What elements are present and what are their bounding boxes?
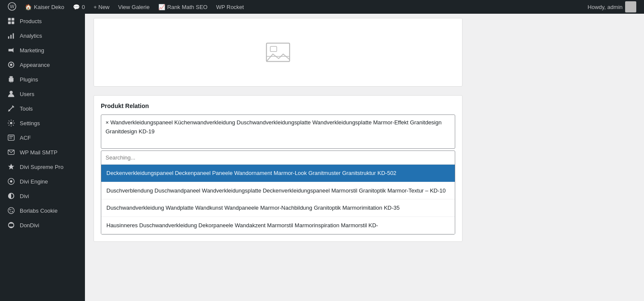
- sidebar-item-label: Divi Supreme Pro: [20, 164, 63, 170]
- sidebar-item-borlabs-cookie[interactable]: Borlabs Cookie: [0, 203, 85, 218]
- svg-rect-29: [266, 43, 290, 62]
- sidebar-item-divi[interactable]: Divi: [0, 189, 85, 203]
- dropdown-item[interactable]: Duschverblendung Duschwandpaneel Wandver…: [101, 182, 455, 200]
- appearance-icon: [7, 61, 15, 69]
- wp-rocket-label: WP Rocket: [216, 4, 244, 10]
- sidebar-item-label: Tools: [20, 105, 33, 112]
- new-label: + New: [94, 4, 109, 10]
- sidebar-item-analytics[interactable]: Analytics: [0, 28, 85, 43]
- wp-logo-button[interactable]: W: [3, 0, 21, 14]
- user-avatar: [625, 1, 636, 12]
- wp-logo-icon: W: [8, 2, 16, 12]
- products-icon: [7, 17, 15, 25]
- sidebar-item-users[interactable]: Users: [0, 87, 85, 101]
- sidebar-item-label: WP Mail SMTP: [20, 149, 57, 156]
- site-name-label: Kaiser Deko: [34, 4, 64, 10]
- sidebar-item-label: Plugins: [20, 76, 38, 83]
- tags-input-box[interactable]: × Wandverkleidungspaneel Küchenwandverkl…: [101, 114, 455, 149]
- svg-rect-13: [10, 81, 11, 82]
- sidebar-item-label: Divi Engine: [20, 178, 48, 185]
- sidebar-item-dondivi[interactable]: DonDivi: [0, 218, 85, 232]
- dropdown-item[interactable]: Hausinneres Duschwandverkleidung Dekorpa…: [101, 217, 455, 235]
- svg-point-27: [12, 211, 13, 212]
- rank-math-icon: 📈: [158, 4, 165, 10]
- svg-point-25: [9, 209, 11, 211]
- sidebar-item-label: Analytics: [20, 33, 42, 39]
- comments-button[interactable]: 💬 0: [69, 0, 89, 14]
- svg-rect-2: [8, 18, 11, 21]
- analytics-icon: [7, 32, 15, 39]
- view-galerie-label: View Galerie: [118, 4, 149, 10]
- sidebar-item-settings[interactable]: Settings: [0, 116, 85, 130]
- sidebar-item-divi-supreme-pro[interactable]: Divi Supreme Pro: [0, 160, 85, 174]
- tools-icon: [7, 105, 15, 112]
- svg-line-16: [9, 107, 12, 110]
- wp-rocket-button[interactable]: WP Rocket: [212, 0, 248, 14]
- dropdown-list: Deckenverkleidungspaneel Deckenpaneel Pa…: [101, 165, 455, 234]
- sidebar-item-label: Settings: [20, 120, 40, 126]
- home-icon: 🏠: [25, 4, 32, 10]
- svg-rect-4: [8, 21, 11, 24]
- sidebar-item-appearance[interactable]: Appearance: [0, 57, 85, 72]
- sidebar: Products Analytics Marketing Appearance …: [0, 14, 85, 301]
- sidebar-item-marketing[interactable]: Marketing: [0, 43, 85, 57]
- howdy-label: Howdy, admin: [584, 1, 641, 12]
- section-title: Produkt Relation: [101, 102, 455, 109]
- svg-rect-12: [9, 78, 14, 81]
- svg-rect-6: [8, 36, 9, 39]
- svg-rect-3: [12, 18, 14, 21]
- sidebar-item-plugins[interactable]: Plugins: [0, 72, 85, 87]
- sidebar-item-products[interactable]: Products: [0, 14, 85, 28]
- new-button[interactable]: + New: [89, 0, 114, 14]
- view-galerie-button[interactable]: View Galerie: [114, 0, 154, 14]
- sidebar-item-label: Users: [20, 91, 34, 97]
- svg-rect-8: [13, 33, 14, 39]
- svg-point-23: [10, 180, 12, 182]
- borlabs-cookie-icon: [7, 207, 15, 214]
- main-content: Produkt Relation × Wandverkleidungspanee…: [85, 14, 644, 301]
- rank-math-label: Rank Math SEO: [167, 4, 208, 10]
- produkt-relation-section: Produkt Relation × Wandverkleidungspanee…: [94, 95, 463, 242]
- users-icon: [7, 90, 15, 98]
- divi-supreme-pro-icon: [7, 163, 15, 171]
- sidebar-item-label: DonDivi: [20, 222, 39, 229]
- search-dropdown-wrapper: Deckenverkleidungspaneel Deckenpaneel Pa…: [101, 150, 455, 235]
- divi-icon: [7, 192, 15, 200]
- svg-rect-11: [9, 76, 12, 78]
- dropdown-item[interactable]: Deckenverkleidungspaneel Deckenpaneel Pa…: [101, 165, 455, 182]
- svg-rect-14: [12, 81, 12, 82]
- admin-bar: W 🏠 Kaiser Deko 💬 0 + New View Galerie 📈…: [0, 0, 644, 14]
- svg-rect-30: [270, 46, 277, 51]
- site-name-button[interactable]: 🏠 Kaiser Deko: [21, 0, 69, 14]
- sidebar-item-acf[interactable]: ACF: [0, 130, 85, 145]
- svg-point-28: [10, 211, 11, 212]
- settings-icon: [7, 119, 15, 127]
- svg-point-15: [9, 91, 12, 94]
- svg-rect-5: [12, 21, 14, 24]
- svg-point-26: [12, 209, 12, 210]
- svg-point-17: [10, 122, 12, 124]
- comments-count: 0: [82, 4, 85, 10]
- sidebar-item-label: Products: [20, 18, 42, 24]
- svg-rect-7: [10, 35, 12, 39]
- svg-rect-18: [8, 135, 14, 141]
- sidebar-item-label: ACF: [20, 135, 31, 141]
- svg-point-24: [8, 208, 14, 214]
- sidebar-item-tools[interactable]: Tools: [0, 101, 85, 116]
- sidebar-item-label: Divi: [20, 193, 29, 199]
- sidebar-item-divi-engine[interactable]: Divi Engine: [0, 174, 85, 189]
- dropdown-item[interactable]: Duschwandverkleidung Wandplatte Wandkuns…: [101, 199, 455, 217]
- divi-engine-icon: [7, 178, 15, 185]
- sidebar-item-label: Marketing: [20, 47, 44, 54]
- acf-icon: [7, 134, 15, 141]
- rank-math-button[interactable]: 📈 Rank Math SEO: [154, 0, 212, 14]
- wp-mail-smtp-icon: [7, 148, 15, 156]
- marketing-icon: [7, 46, 15, 54]
- sidebar-item-wp-mail-smtp[interactable]: WP Mail SMTP: [0, 145, 85, 160]
- svg-text:W: W: [10, 4, 15, 9]
- comments-icon: 💬: [73, 4, 80, 10]
- plugins-icon: [7, 75, 15, 83]
- search-input[interactable]: [101, 151, 455, 165]
- selected-tags-text: × Wandverkleidungspaneel Küchenwandverkl…: [106, 119, 441, 135]
- sidebar-item-label: Appearance: [20, 62, 50, 68]
